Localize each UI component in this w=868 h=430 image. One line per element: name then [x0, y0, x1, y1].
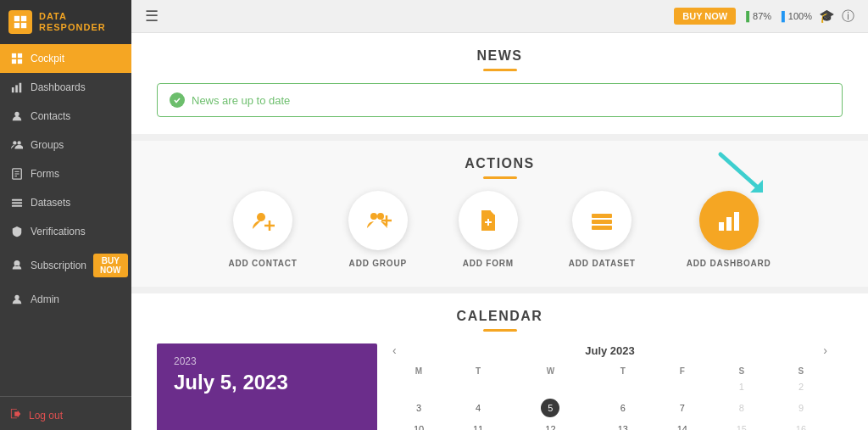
calendar-grid-wrap: ‹ July 2023 › M T W T F S — [377, 343, 843, 430]
news-banner: News are up to date — [157, 83, 843, 117]
calendar-week-1: 1 2 — [389, 378, 831, 395]
battery-indicator: ▐ 87% — [743, 11, 771, 21]
sidebar-item-groups[interactable]: Groups — [0, 131, 131, 159]
svg-rect-3 — [21, 23, 26, 28]
person-icon — [10, 109, 24, 123]
sidebar-item-contacts[interactable]: Contacts — [0, 102, 131, 131]
logout-item[interactable]: Log out — [0, 400, 131, 430]
svg-point-11 — [14, 112, 19, 116]
news-section: NEWS News are up to date — [131, 33, 868, 134]
svg-rect-2 — [14, 23, 19, 28]
sidebar-item-cockpit-label: Cockpit — [31, 53, 64, 64]
add-dashboard-action[interactable]: ADD DASHBOARD — [687, 191, 771, 268]
sidebar-item-verifications[interactable]: Verifications — [0, 217, 131, 246]
weekday-s2: S — [771, 364, 831, 378]
calendar-grid: M T W T F S S — [389, 364, 831, 430]
add-group-label: ADD GROUP — [349, 259, 407, 268]
calendar-underline — [483, 329, 517, 332]
buy-now-top-button[interactable]: BUY NOW — [674, 8, 736, 25]
actions-section: ACTIONS ADD CONTACT — [131, 141, 868, 287]
add-form-action[interactable]: ADD FORM — [459, 191, 518, 268]
add-dashboard-label: ADD DASHBOARD — [687, 259, 771, 268]
calendar-big-date: July 5, 2023 — [174, 371, 360, 394]
svg-point-12 — [13, 141, 16, 144]
battery-pct: 87% — [753, 11, 771, 21]
sidebar-item-datasets[interactable]: Datasets — [0, 188, 131, 217]
form-icon — [10, 167, 24, 181]
add-contact-label: ADD CONTACT — [228, 259, 297, 268]
teal-arrow — [716, 150, 767, 193]
svg-rect-34 — [592, 226, 612, 230]
svg-rect-1 — [21, 16, 26, 21]
calendar-year: 2023 — [174, 355, 360, 367]
chart-icon — [10, 81, 24, 94]
sidebar-item-contacts-label: Contacts — [31, 110, 70, 122]
calendar-week-2: 3 4 5 6 7 8 9 — [389, 395, 831, 421]
svg-rect-5 — [18, 53, 22, 58]
sidebar-item-forms[interactable]: Forms — [0, 159, 131, 188]
svg-point-27 — [377, 213, 384, 220]
svg-rect-10 — [19, 83, 22, 92]
calendar-month-title: July 2023 — [585, 344, 635, 357]
weekday-f: F — [653, 364, 712, 378]
actions-grid: ADD CONTACT ADD GROUP — [157, 191, 843, 268]
svg-rect-6 — [12, 59, 16, 64]
sidebar-item-dashboards[interactable]: Dashboards — [0, 73, 131, 102]
logo-text-2: RESPONDER — [39, 22, 106, 32]
svg-rect-9 — [15, 85, 18, 92]
svg-rect-8 — [12, 87, 14, 92]
svg-rect-18 — [12, 199, 22, 201]
highlighted-day[interactable]: 5 — [541, 399, 559, 417]
shield-icon — [10, 225, 24, 238]
svg-rect-37 — [719, 222, 724, 231]
svg-rect-7 — [18, 59, 22, 64]
news-message: News are up to date — [192, 94, 290, 107]
buy-now-sidebar-button[interactable]: BUY NOW — [93, 254, 127, 277]
svg-rect-20 — [12, 205, 22, 207]
calendar-week-3: 10 11 12 13 14 15 16 — [389, 421, 831, 430]
svg-point-22 — [257, 213, 265, 221]
help-icon[interactable]: ⓘ — [842, 8, 854, 25]
svg-point-26 — [370, 213, 377, 220]
weekday-w: W — [508, 364, 593, 378]
weekday-t2: T — [593, 364, 653, 378]
sidebar-item-subscription[interactable]: Subscription BUY NOW — [0, 246, 131, 285]
group-icon — [10, 138, 24, 152]
sidebar: DATA RESPONDER Cockpit Dashboards Contac… — [0, 0, 131, 430]
weekday-s: S — [712, 364, 771, 378]
calendar-next-button[interactable]: › — [823, 343, 827, 357]
add-group-action[interactable]: ADD GROUP — [348, 191, 408, 268]
svg-rect-4 — [12, 53, 16, 58]
sidebar-item-groups-label: Groups — [31, 139, 64, 151]
add-dashboard-circle — [699, 191, 759, 250]
calendar-date-box: 2023 July 5, 2023 — [157, 343, 377, 430]
add-dataset-action[interactable]: ADD DATASET — [569, 191, 636, 268]
sidebar-item-subscription-label: Subscription — [31, 260, 86, 271]
add-group-circle — [348, 191, 408, 250]
svg-rect-38 — [726, 217, 732, 231]
add-contact-circle — [233, 191, 292, 250]
battery-green-icon: ▐ — [743, 11, 749, 21]
check-icon — [170, 92, 185, 108]
sidebar-divider — [0, 396, 131, 397]
logo-text-1: DATA — [39, 11, 67, 21]
grid-icon — [10, 52, 24, 65]
graduation-icon[interactable]: 🎓 — [819, 8, 835, 24]
calendar-weekday-row: M T W T F S S — [389, 364, 831, 378]
wifi-indicator: ▐ 100% — [778, 11, 812, 21]
svg-rect-39 — [734, 212, 739, 231]
svg-point-13 — [17, 141, 20, 144]
sidebar-item-admin[interactable]: Admin — [0, 285, 131, 314]
add-contact-action[interactable]: ADD CONTACT — [228, 191, 297, 268]
calendar-prev-button[interactable]: ‹ — [392, 343, 397, 357]
calendar-header-row: ‹ July 2023 › — [389, 343, 831, 357]
logout-icon — [10, 408, 22, 422]
calendar-content: 2023 July 5, 2023 ‹ July 2023 › M T — [157, 343, 843, 430]
news-underline — [483, 69, 517, 71]
wifi-icon: ▐ — [778, 11, 785, 21]
wifi-pct: 100% — [788, 11, 812, 21]
hamburger-button[interactable]: ☰ — [145, 7, 159, 25]
add-dataset-label: ADD DATASET — [569, 259, 636, 268]
sidebar-item-dashboards-label: Dashboards — [31, 81, 86, 93]
sidebar-item-cockpit[interactable]: Cockpit — [0, 44, 131, 73]
